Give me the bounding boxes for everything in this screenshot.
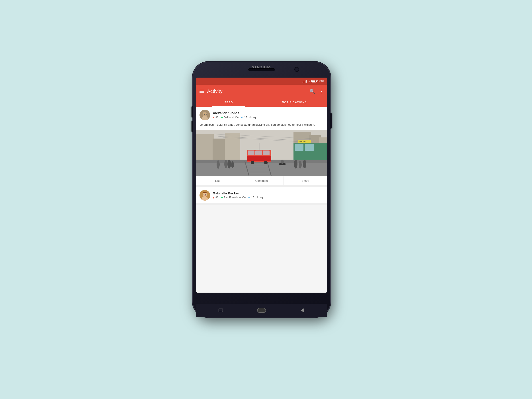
nav-home-button[interactable] (257, 307, 266, 313)
app-bar-actions: 🔍 ⋮ (310, 89, 324, 94)
like-button-1[interactable]: Like (196, 177, 240, 185)
svg-point-50 (204, 194, 204, 195)
share-button-1[interactable]: Share (284, 177, 327, 185)
post-time-2: 15 min ago (248, 196, 264, 199)
likes-count-2: 96 (215, 196, 218, 199)
phone-device: SAMSUNG ▲ (193, 62, 330, 317)
more-options-button[interactable]: ⋮ (319, 89, 324, 94)
avatar-1 (200, 110, 210, 120)
svg-point-36 (216, 160, 220, 169)
app-bar: Activity 🔍 ⋮ (196, 85, 327, 98)
avatar-svg-1 (200, 110, 210, 120)
svg-point-51 (205, 194, 206, 195)
volume-down-button (191, 121, 193, 132)
post-likes-2: ♥ 96 (213, 196, 218, 199)
tab-feed-label: FEED (225, 101, 233, 104)
avatar-2 (200, 190, 210, 201)
signal-bar-4 (306, 80, 307, 83)
tabs-bar: FEED NOTIFICATIONS (196, 98, 327, 107)
speaker (248, 68, 275, 71)
hamburger-line-3 (200, 92, 204, 93)
time-text-1: 15 min ago (244, 116, 257, 119)
post-meta-2: Gabriella Becker ♥ 96 San Fransisco, CA (213, 191, 324, 199)
post-actions-1: Like Comment Share (196, 176, 327, 185)
svg-point-39 (303, 160, 306, 168)
tab-notifications[interactable]: NOTIFICATIONS (262, 98, 327, 107)
clock-icon-2 (248, 197, 250, 198)
hamburger-line-2 (200, 91, 204, 92)
street-image-svg: ENGLISH (196, 130, 327, 176)
hamburger-line-1 (200, 90, 204, 90)
comment-button-1[interactable]: Comment (240, 177, 284, 185)
status-bar: ▲ 12:30 (196, 78, 327, 85)
post-text-1: Lorem ipsum dolor sit amet, consectetur … (196, 123, 327, 130)
svg-point-46 (281, 160, 284, 164)
home-icon (257, 308, 266, 313)
scene: SAMSUNG ▲ (166, 44, 366, 355)
signal-icon (303, 80, 307, 83)
svg-point-38 (298, 161, 302, 168)
post-image-1: ENGLISH (196, 130, 327, 176)
post-card-2: Gabriella Becker ♥ 96 San Fransisco, CA (196, 187, 327, 203)
like-label: Like (215, 179, 220, 183)
svg-rect-27 (255, 151, 262, 155)
post-header-2: Gabriella Becker ♥ 96 San Fransisco, CA (196, 187, 327, 203)
post-card-1: Alexander Jones ♥ 96 Oakland, CA (196, 107, 327, 185)
status-time: 12:30 (317, 80, 324, 83)
signal-bar-2 (304, 81, 304, 83)
svg-rect-28 (263, 151, 270, 155)
svg-rect-26 (248, 151, 254, 155)
time-text-2: 15 min ago (251, 196, 264, 199)
svg-text:ENGLISH: ENGLISH (298, 141, 305, 142)
post-location-2: San Fransisco, CA (221, 196, 246, 199)
heart-icon-1: ♥ (213, 116, 215, 119)
svg-point-34 (224, 160, 228, 168)
bottom-nav-bar (196, 304, 327, 317)
post-username-1: Alexander Jones (213, 111, 324, 115)
svg-point-37 (294, 160, 298, 168)
phone-screen: ▲ 12:30 Activity (196, 78, 327, 293)
comment-label: Comment (255, 179, 268, 183)
share-label: Share (301, 179, 309, 183)
feed-content: Alexander Jones ♥ 96 Oakland, CA (196, 107, 327, 205)
post-header-1: Alexander Jones ♥ 96 Oakland, CA (196, 107, 327, 123)
volume-up-button (191, 106, 193, 117)
nav-recents-button[interactable] (216, 307, 225, 313)
menu-button[interactable] (200, 90, 204, 93)
search-button[interactable]: 🔍 (310, 89, 315, 94)
location-dot-2 (221, 197, 223, 198)
svg-rect-29 (247, 156, 271, 161)
back-icon (301, 308, 304, 313)
svg-rect-17 (196, 161, 327, 176)
tab-feed[interactable]: FEED (196, 98, 262, 107)
status-icons: ▲ 12:30 (303, 80, 324, 83)
heart-icon-2: ♥ (213, 196, 215, 199)
post-location-1: Oakland, CA (221, 116, 239, 119)
svg-point-30 (251, 161, 254, 164)
signal-bar-1 (303, 82, 303, 83)
post-stats-1: ♥ 96 Oakland, CA 15 mi (213, 116, 324, 119)
svg-rect-41 (295, 144, 304, 151)
post-likes-1: ♥ 96 (213, 116, 218, 119)
nav-back-button[interactable] (298, 307, 307, 313)
clock-icon-1 (241, 117, 243, 118)
app-title: Activity (207, 89, 307, 94)
svg-point-35 (231, 161, 234, 168)
post-time-1: 15 min ago (241, 116, 257, 119)
svg-point-31 (264, 161, 267, 164)
recents-icon (219, 309, 223, 312)
camera (294, 67, 299, 72)
location-text-2: San Fransisco, CA (224, 196, 246, 199)
post-stats-2: ♥ 96 San Fransisco, CA (213, 196, 324, 199)
wifi-icon: ▲ (308, 80, 310, 82)
power-button (330, 113, 332, 129)
svg-point-33 (228, 160, 231, 168)
battery-icon (311, 80, 316, 82)
svg-rect-42 (305, 144, 314, 151)
location-dot-1 (221, 117, 223, 118)
signal-bar-3 (305, 81, 305, 83)
likes-count-1: 96 (215, 116, 218, 119)
post-username-2: Gabriella Becker (213, 191, 324, 195)
location-text-1: Oakland, CA (224, 116, 239, 119)
tab-notifications-label: NOTIFICATIONS (282, 101, 307, 104)
